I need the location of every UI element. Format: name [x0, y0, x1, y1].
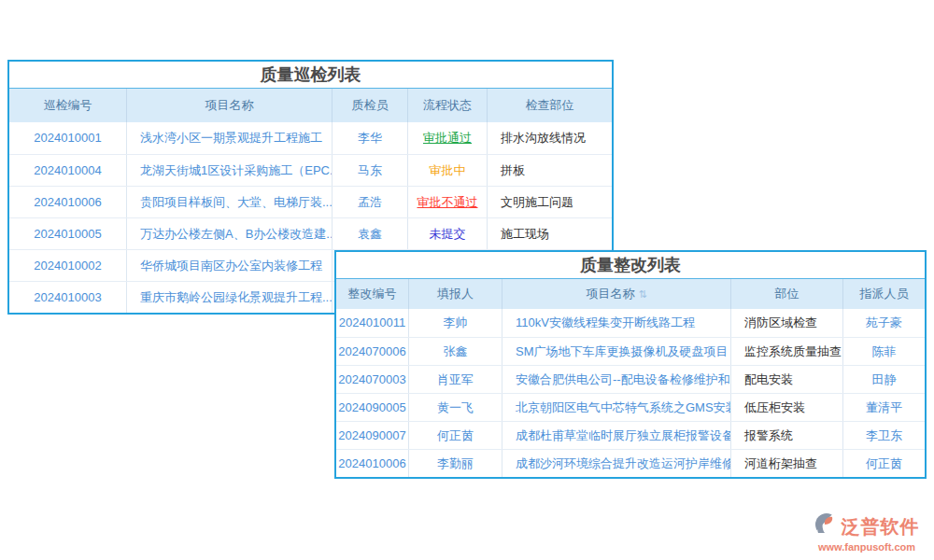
project-name-cell[interactable]: 成都杜甫草堂临时展厅独立展柜报警设备安装...	[502, 422, 730, 449]
status-badge: 审批中	[430, 155, 466, 186]
inspector-cell[interactable]: 孟浩	[332, 187, 407, 217]
assignee-cell[interactable]: 田静	[842, 366, 925, 393]
col-header-location: 部位	[730, 279, 842, 309]
inspection-id-cell[interactable]: 2024010003	[9, 282, 126, 313]
col-header-assignee: 指派人员	[842, 279, 925, 309]
rectification-table-title: 质量整改列表	[336, 252, 925, 279]
assignee-cell[interactable]: 陈菲	[842, 338, 925, 365]
assignee-cell[interactable]: 何正茵	[842, 450, 925, 477]
reporter-cell[interactable]: 李帅	[408, 309, 502, 337]
brand-footer: 泛普软件 www.fanpusoft.com	[806, 512, 927, 553]
table-row: 2024010005 万达办公楼左侧A、B办公楼改造建... 袁鑫 未提交 施工…	[9, 217, 612, 249]
sort-icon[interactable]: ⇅	[638, 288, 646, 300]
check-location-cell: 文明施工问题	[487, 187, 612, 217]
table-row: 2024010004 龙湖天街城1区设计采购施工（EPC... 马东 审批中 拼…	[9, 154, 612, 186]
table-row: 2024010006 李勤丽 成都沙河环境综合提升改造运河护岸维修改造 河道桁架…	[336, 449, 925, 477]
check-location-cell: 排水沟放线情况	[487, 122, 612, 154]
rectification-id-cell[interactable]: 2024090005	[336, 394, 408, 421]
rectification-id-cell[interactable]: 2024070003	[336, 366, 408, 393]
project-name-cell[interactable]: 成都沙河环境综合提升改造运河护岸维修改造	[502, 450, 730, 477]
col-header-inspection-id: 巡检编号	[9, 89, 126, 122]
inspection-id-cell[interactable]: 2024010004	[9, 155, 126, 186]
location-cell: 配电安装	[730, 366, 842, 393]
status-badge: 未提交	[430, 218, 466, 249]
table-row: 2024070003 肖亚军 安徽合肥供电公司--配电设备检修维护和改造 配电安…	[336, 365, 925, 393]
inspector-cell[interactable]: 李华	[332, 122, 407, 154]
brand-url[interactable]: www.fanpusoft.com	[806, 541, 927, 553]
rectification-id-cell[interactable]: 2024090007	[336, 422, 408, 449]
reporter-cell[interactable]: 何正茵	[408, 422, 502, 449]
reporter-cell[interactable]: 肖亚军	[408, 366, 502, 393]
assignee-cell[interactable]: 李卫东	[842, 422, 925, 449]
status-badge: 审批通过	[423, 122, 472, 154]
inspector-cell[interactable]: 马东	[332, 155, 407, 186]
location-cell: 消防区域检查	[730, 309, 842, 337]
inspection-id-cell[interactable]: 2024010001	[9, 122, 126, 154]
location-cell: 报警系统	[730, 422, 842, 449]
table-row: 2024010001 浅水湾小区一期景观提升工程施工 李华 审批通过 排水沟放线…	[9, 122, 612, 154]
quality-rectification-table: 质量整改列表 整改编号 填报人 项目名称⇅ 部位 指派人员 2024010011…	[334, 250, 927, 479]
project-name-cell[interactable]: 北京朝阳区电气中芯特气系统之GMS安装	[502, 394, 730, 421]
fanpu-logo-icon	[814, 512, 839, 540]
table-row: 2024090005 黄一飞 北京朝阳区电气中芯特气系统之GMS安装 低压柜安装…	[336, 393, 925, 421]
project-name-cell[interactable]: 安徽合肥供电公司--配电设备检修维护和改造	[502, 366, 730, 393]
inspection-id-cell[interactable]: 2024010005	[9, 218, 126, 249]
location-cell: 低压柜安装	[730, 394, 842, 421]
project-name-cell[interactable]: 万达办公楼左侧A、B办公楼改造建...	[126, 218, 332, 249]
flow-status-cell: 审批不通过	[407, 187, 487, 217]
col-header-inspector: 质检员	[332, 89, 407, 122]
project-name-cell[interactable]: 浅水湾小区一期景观提升工程施工	[126, 122, 332, 154]
col-header-project-name-label: 项目名称	[586, 287, 634, 301]
table-row: 2024010011 李帅 110kV安徽线程集变开断线路工程 消防区域检查 苑…	[336, 309, 925, 337]
location-cell: 监控系统质量抽查	[730, 338, 842, 365]
rectification-table-body: 2024010011 李帅 110kV安徽线程集变开断线路工程 消防区域检查 苑…	[336, 309, 925, 477]
inspection-id-cell[interactable]: 2024010006	[9, 187, 126, 217]
col-header-project-name: 项目名称	[126, 89, 332, 122]
reporter-cell[interactable]: 张鑫	[408, 338, 502, 365]
table-row: 2024090007 何正茵 成都杜甫草堂临时展厅独立展柜报警设备安装... 报…	[336, 421, 925, 449]
reporter-cell[interactable]: 李勤丽	[408, 450, 502, 477]
project-name-cell[interactable]: SM广场地下车库更换摄像机及硬盘项目	[502, 338, 730, 365]
rectification-id-cell[interactable]: 2024070006	[336, 338, 408, 365]
project-name-cell[interactable]: 重庆市鹅岭公园绿化景观提升工程...	[126, 282, 332, 313]
project-name-cell[interactable]: 贵阳项目样板间、大堂、电梯厅装...	[126, 187, 332, 217]
assignee-cell[interactable]: 董清平	[842, 394, 925, 421]
assignee-cell[interactable]: 苑子豪	[842, 309, 925, 337]
flow-status-cell: 审批通过	[407, 122, 487, 154]
project-name-cell[interactable]: 龙湖天街城1区设计采购施工（EPC...	[126, 155, 332, 186]
inspection-table-header: 巡检编号 项目名称 质检员 流程状态 检查部位	[9, 89, 612, 122]
flow-status-cell: 审批中	[407, 155, 487, 186]
table-row: 2024070006 张鑫 SM广场地下车库更换摄像机及硬盘项目 监控系统质量抽…	[336, 337, 925, 365]
col-header-flow-status: 流程状态	[407, 89, 487, 122]
location-cell: 河道桁架抽查	[730, 450, 842, 477]
flow-status-cell: 未提交	[407, 218, 487, 249]
status-badge: 审批不通过	[417, 187, 478, 217]
check-location-cell: 施工现场	[487, 218, 612, 249]
project-name-cell[interactable]: 110kV安徽线程集变开断线路工程	[502, 309, 730, 337]
rectification-id-cell[interactable]: 2024010011	[336, 309, 408, 337]
reporter-cell[interactable]: 黄一飞	[408, 394, 502, 421]
inspection-id-cell[interactable]: 2024010002	[9, 250, 126, 281]
check-location-cell: 拼板	[487, 155, 612, 186]
inspection-table-title: 质量巡检列表	[9, 62, 612, 89]
project-name-cell[interactable]: 华侨城项目南区办公室内装修工程	[126, 250, 332, 281]
table-row: 2024010006 贵阳项目样板间、大堂、电梯厅装... 孟浩 审批不通过 文…	[9, 186, 612, 217]
col-header-rectification-id: 整改编号	[336, 279, 408, 309]
col-header-project-name-sortable[interactable]: 项目名称⇅	[502, 279, 730, 309]
col-header-reporter: 填报人	[408, 279, 502, 309]
brand-name: 泛普软件	[842, 514, 920, 539]
rectification-id-cell[interactable]: 2024010006	[336, 450, 408, 477]
rectification-table-header: 整改编号 填报人 项目名称⇅ 部位 指派人员	[336, 279, 925, 309]
col-header-check-location: 检查部位	[487, 89, 612, 122]
inspector-cell[interactable]: 袁鑫	[332, 218, 407, 249]
